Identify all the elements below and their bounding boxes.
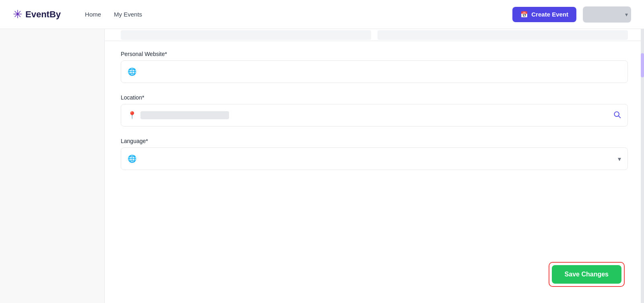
language-group: Language* 🌐 ▾ (121, 138, 628, 170)
form-section: Personal Website* 🌐 Location* 📍 (105, 41, 644, 170)
logo-icon: ✳ (13, 8, 22, 21)
personal-website-input-wrapper[interactable]: 🌐 (121, 60, 628, 83)
location-input-wrapper[interactable]: 📍 (121, 104, 628, 127)
sidebar-left (0, 29, 105, 303)
top-partial-row (105, 29, 644, 41)
location-group: Location* 📍 (121, 94, 628, 127)
nav-link-home[interactable]: Home (85, 11, 101, 18)
svg-line-1 (619, 116, 620, 118)
partial-stub-2 (378, 30, 628, 40)
partial-stub-1 (121, 30, 371, 40)
save-changes-button[interactable]: Save Changes (552, 265, 621, 284)
location-value-stub (140, 111, 229, 119)
nav-right: 📅 Create Event ▾ (512, 6, 631, 23)
save-highlight-border: Save Changes (549, 262, 625, 287)
user-avatar-button[interactable]: ▾ (583, 6, 631, 23)
main-content: Personal Website* 🌐 Location* 📍 (105, 29, 644, 303)
save-area: Save Changes (549, 262, 625, 287)
language-label: Language* (121, 138, 628, 144)
personal-website-input[interactable] (140, 68, 621, 75)
language-icon: 🌐 (128, 154, 136, 163)
scrollbar-thumb[interactable] (641, 53, 644, 77)
create-event-icon: 📅 (520, 11, 528, 18)
scrollbar[interactable] (641, 29, 644, 303)
svg-point-0 (614, 112, 619, 116)
nav-links: Home My Events (85, 11, 142, 18)
navbar: ✳ EventBy Home My Events 📅 Create Event … (0, 0, 644, 29)
personal-website-label: Personal Website* (121, 51, 628, 57)
chevron-down-icon: ▾ (618, 155, 621, 163)
location-search-button[interactable] (613, 110, 621, 120)
globe-icon: 🌐 (128, 67, 136, 76)
nav-logo[interactable]: ✳ EventBy (13, 8, 61, 21)
location-pin-icon: 📍 (128, 111, 136, 120)
personal-website-group: Personal Website* 🌐 (121, 51, 628, 83)
create-event-button[interactable]: 📅 Create Event (512, 7, 576, 22)
chevron-down-icon: ▾ (625, 11, 628, 18)
create-event-label: Create Event (531, 11, 568, 18)
nav-link-my-events[interactable]: My Events (114, 11, 142, 18)
logo-text: EventBy (25, 9, 61, 20)
page-wrapper: Personal Website* 🌐 Location* 📍 (0, 29, 644, 303)
language-select-wrapper[interactable]: 🌐 ▾ (121, 147, 628, 170)
location-label: Location* (121, 94, 628, 101)
